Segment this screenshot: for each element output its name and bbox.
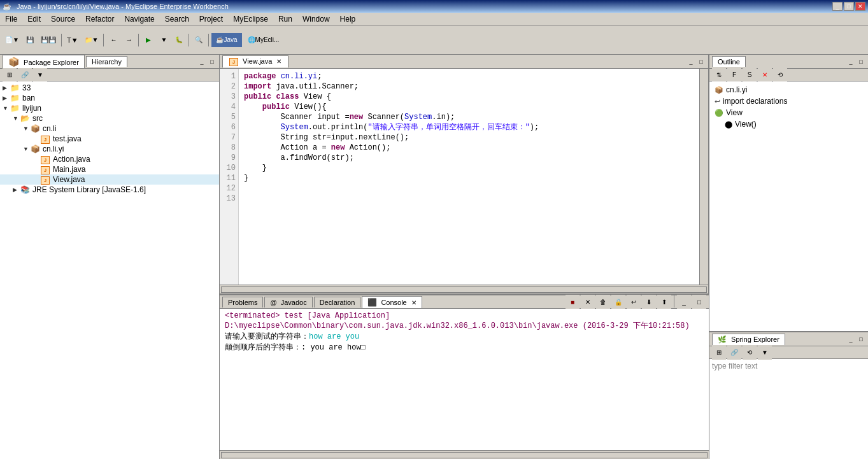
tree-area[interactable]: ▶ 📁 33 ▶ 📁 ban ▼ 📁 liyijun ▼ 📂 src bbox=[0, 81, 219, 459]
next-match-button[interactable]: ⬇ bbox=[642, 295, 656, 309]
tab-package-explorer[interactable]: 📦 Package Explorer bbox=[3, 55, 85, 68]
minimize-bottom-button[interactable]: _ bbox=[677, 295, 691, 309]
tree-item-cn-li[interactable]: ▼ 📦 cn.li bbox=[0, 124, 219, 134]
code-content[interactable]: package cn.li.yi; import java.util.Scann… bbox=[239, 69, 699, 285]
terminate-button[interactable]: ■ bbox=[566, 295, 580, 309]
tree-item-action-java[interactable]: ▶ J Action.java bbox=[0, 154, 219, 164]
right-panel: Outline _ □ ⇅ F S ✕ ⟲ 📦 cn.li.yi bbox=[709, 55, 868, 459]
open-resource-button[interactable]: 📁▼ bbox=[82, 33, 101, 47]
next-edit-button[interactable]: → bbox=[122, 33, 136, 47]
spring-toolbar-btn3[interactable]: ⟲ bbox=[743, 346, 757, 360]
clear-console-button[interactable]: 🗑 bbox=[596, 295, 610, 309]
close-button[interactable]: ✕ bbox=[855, 2, 865, 11]
menu-project[interactable]: Project bbox=[194, 13, 228, 25]
tab-outline[interactable]: Outline bbox=[712, 56, 746, 67]
toolbar-sep-2 bbox=[103, 34, 104, 46]
run-dropdown-button[interactable]: ▼ bbox=[157, 33, 171, 47]
maximize-button[interactable]: □ bbox=[844, 2, 854, 11]
sort-outline-button[interactable]: ⇅ bbox=[712, 68, 726, 82]
menu-source[interactable]: Source bbox=[46, 13, 80, 25]
debug-button[interactable]: 🐛 bbox=[172, 33, 186, 47]
tab-console[interactable]: ⬛ Console ✕ bbox=[362, 296, 422, 308]
tree-label-action-java: Action.java bbox=[53, 155, 90, 164]
outline-tree[interactable]: 📦 cn.li.yi ↩ import declarations 🟢 View … bbox=[709, 81, 868, 331]
tab-hierarchy[interactable]: Hierarchy bbox=[86, 56, 127, 67]
tree-item-main-java[interactable]: ▶ J Main.java bbox=[0, 164, 219, 174]
middle-and-bottom: J View.java ✕ _ □ 12345678910111213 bbox=[220, 55, 709, 459]
hide-static-button[interactable]: S bbox=[743, 68, 757, 82]
spring-toolbar-btn4[interactable]: ▼ bbox=[758, 346, 772, 360]
close-tab-icon[interactable]: ✕ bbox=[276, 58, 281, 65]
maximize-spring-button[interactable]: □ bbox=[857, 335, 865, 344]
tree-item-ban[interactable]: ▶ 📁 ban bbox=[0, 93, 219, 103]
editor-tab-view[interactable]: J View.java ✕ bbox=[222, 55, 288, 67]
menu-search[interactable]: Search bbox=[160, 13, 194, 25]
editor-panel: J View.java ✕ _ □ 12345678910111213 bbox=[220, 55, 709, 293]
line-numbers: 12345678910111213 bbox=[220, 69, 239, 285]
prev-match-button[interactable]: ⬆ bbox=[657, 295, 671, 309]
editor-bottom-scrollbar[interactable] bbox=[220, 285, 708, 293]
link-with-editor-button[interactable]: 🔗 bbox=[18, 68, 32, 82]
prev-edit-button[interactable]: ← bbox=[106, 33, 120, 47]
console-scrollbar[interactable] bbox=[220, 450, 709, 459]
console-area[interactable]: <terminated> test [Java Application] D:\… bbox=[220, 309, 709, 450]
open-type-button[interactable]: T▼ bbox=[64, 33, 81, 47]
outline-item-view-method[interactable]: ⬤ View() bbox=[712, 118, 865, 130]
spring-filter-text: type filter text bbox=[712, 362, 757, 371]
spring-toolbar-btn2[interactable]: 🔗 bbox=[727, 346, 741, 360]
tree-item-view-java[interactable]: ▶ J View.java bbox=[0, 174, 219, 185]
menu-help[interactable]: Help bbox=[335, 13, 361, 25]
maximize-bottom-button[interactable]: □ bbox=[692, 295, 706, 309]
menu-window[interactable]: Window bbox=[297, 13, 335, 25]
collapse-all-button[interactable]: ⊞ bbox=[3, 68, 17, 82]
expand-view-icon: ▶ bbox=[33, 176, 41, 183]
run-button[interactable]: ▶ bbox=[141, 33, 155, 47]
minimize-button[interactable]: _ bbox=[832, 2, 843, 11]
save-button[interactable]: 💾 bbox=[23, 33, 37, 47]
minimize-outline-button[interactable]: _ bbox=[846, 57, 855, 66]
outline-item-package[interactable]: 📦 cn.li.yi bbox=[712, 84, 865, 95]
tree-item-33[interactable]: ▶ 📁 33 bbox=[0, 83, 219, 93]
word-wrap-button[interactable]: ↩ bbox=[627, 295, 641, 309]
perspective-java-button[interactable]: ☕ Java bbox=[211, 33, 241, 47]
tab-javadoc[interactable]: @ Javadoc bbox=[264, 297, 312, 307]
maximize-outline-button[interactable]: □ bbox=[857, 57, 865, 66]
tree-item-test-java[interactable]: ▶ J test.java bbox=[0, 134, 219, 144]
save-all-button[interactable]: 💾💾 bbox=[38, 33, 59, 47]
menu-refactor[interactable]: Refactor bbox=[80, 13, 119, 25]
maximize-panel-button[interactable]: □ bbox=[208, 57, 217, 66]
menu-navigate[interactable]: Navigate bbox=[119, 13, 159, 25]
hide-fields-button[interactable]: F bbox=[727, 68, 741, 82]
tree-menu-button[interactable]: ▼ bbox=[33, 68, 47, 82]
minimize-spring-button[interactable]: _ bbox=[846, 335, 855, 344]
outline-menu2-button[interactable]: ⟲ bbox=[773, 68, 787, 82]
tree-item-jre[interactable]: ▶ 📚 JRE System Library [JavaSE-1.6] bbox=[0, 185, 219, 195]
package-outline-icon: 📦 bbox=[715, 86, 723, 94]
tree-item-cn-li-yi[interactable]: ▼ 📦 cn.li.yi bbox=[0, 144, 219, 154]
perspective-myeclipse-button[interactable]: 🌐 MyEcli... bbox=[243, 33, 284, 47]
minimize-panel-button[interactable]: _ bbox=[197, 57, 206, 66]
maximize-editor-button[interactable]: □ bbox=[697, 57, 706, 66]
tree-item-src[interactable]: ▼ 📂 src bbox=[0, 113, 219, 124]
outline-menu-button[interactable]: ✕ bbox=[758, 68, 772, 82]
outline-item-view-class[interactable]: 🟢 View bbox=[712, 107, 865, 118]
tab-problems[interactable]: Problems bbox=[222, 297, 263, 307]
scroll-lock-button[interactable]: 🔒 bbox=[611, 295, 625, 309]
spring-toolbar-btn1[interactable]: ⊞ bbox=[712, 346, 726, 360]
tab-declaration[interactable]: Declaration bbox=[314, 297, 361, 307]
code-area[interactable]: 12345678910111213 package cn.li.yi; impo… bbox=[220, 69, 708, 285]
menu-myeclipse[interactable]: MyEclipse bbox=[228, 13, 273, 25]
close-console-tab-icon[interactable]: ✕ bbox=[411, 299, 416, 306]
outline-item-imports[interactable]: ↩ import declarations bbox=[712, 95, 865, 107]
title-bar-controls[interactable]: _ □ ✕ bbox=[832, 2, 865, 11]
tab-spring-explorer[interactable]: 🌿 Spring Explorer bbox=[712, 334, 785, 345]
menu-file[interactable]: File bbox=[0, 13, 22, 25]
minimize-editor-button[interactable]: _ bbox=[687, 57, 695, 66]
editor-scrollbar[interactable] bbox=[699, 69, 708, 285]
new-button[interactable]: 📄▼ bbox=[3, 33, 22, 47]
remove-launch-button[interactable]: ✕ bbox=[581, 295, 595, 309]
search-button[interactable]: 🔍 bbox=[192, 33, 206, 47]
menu-edit[interactable]: Edit bbox=[22, 13, 46, 25]
menu-run[interactable]: Run bbox=[273, 13, 297, 25]
tree-item-liyijun[interactable]: ▼ 📁 liyijun bbox=[0, 103, 219, 113]
